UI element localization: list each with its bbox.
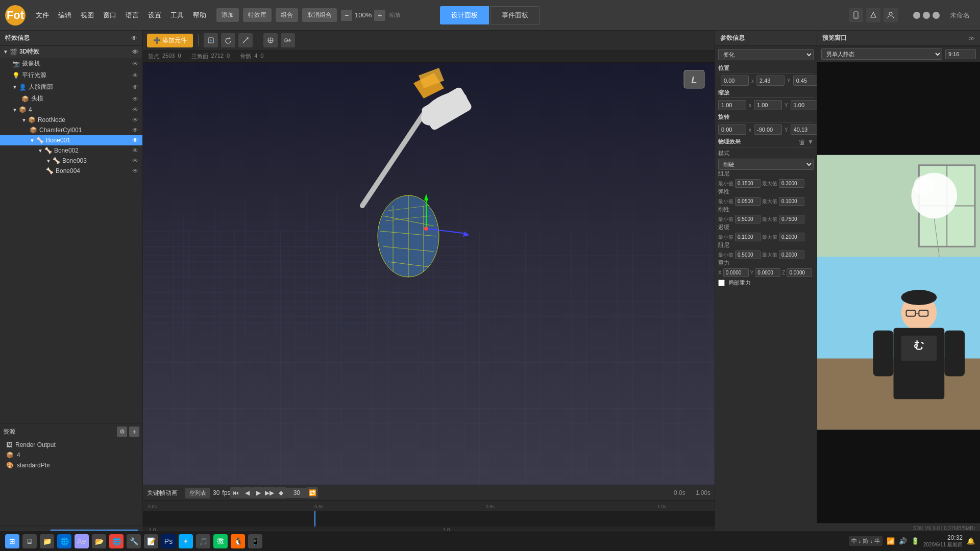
ime-indicator[interactable]: 中 ↓ 简 ↓ 半 (849, 536, 883, 546)
tl-prev-frame[interactable]: ◀ (241, 487, 253, 498)
user-account-button[interactable] (884, 8, 898, 22)
friction-max-input[interactable]: 0.3000 (779, 179, 804, 188)
tree-face[interactable]: ▼ 👤 人脸面部 👁 (0, 81, 142, 93)
menu-file[interactable]: 文件 (36, 11, 49, 20)
stiffness-min-input[interactable]: 0.5000 (735, 215, 761, 223)
tool-transform[interactable] (204, 33, 218, 47)
tree-4[interactable]: ▼ 📦 4 👁 (0, 105, 142, 115)
gravity-x-input[interactable]: 0.0000 (723, 268, 749, 277)
tool-link[interactable] (281, 33, 295, 47)
menu-edit[interactable]: 编辑 (58, 11, 71, 20)
menu-language[interactable]: 语言 (126, 11, 139, 20)
wechat-button[interactable]: 微 (213, 534, 228, 548)
tree-rootnode[interactable]: ▼ 📦 RootNode 👁 (0, 115, 142, 125)
damping-max-input[interactable]: 0.2000 (779, 251, 804, 259)
event-panel-tab[interactable]: 事件面板 (490, 6, 540, 24)
effects-library-button[interactable]: 特效库 (243, 8, 272, 22)
add-component-button[interactable]: ➕ 添加元件 (147, 34, 193, 47)
undo-combine-button[interactable]: 取消组合 (302, 8, 337, 22)
design-panel-tab[interactable]: 设计面板 (440, 6, 489, 24)
tree-chamfercyl[interactable]: 📦 ChamferCyl001 👁 (0, 125, 142, 135)
eye-toggle[interactable]: 👁 (131, 35, 137, 42)
3dfx-eye[interactable]: 👁 (132, 48, 138, 56)
local-gravity-checkbox[interactable] (718, 280, 725, 286)
bone001-eye[interactable]: 👁 (132, 137, 138, 144)
app2-button[interactable]: 📱 (248, 534, 262, 548)
notepad-button[interactable]: 📝 (144, 534, 158, 548)
stiffness-max-input[interactable]: 0.7500 (779, 215, 804, 223)
scale-x-input[interactable]: 1.00 (718, 100, 746, 110)
mode-select[interactable]: 刚硬 (718, 159, 814, 170)
rot-x-input[interactable]: 0.00 (718, 124, 746, 135)
pos-z-input[interactable]: 0.45 (793, 76, 817, 86)
tree-headmodel[interactable]: 📦 头模 👁 (0, 93, 142, 105)
collapse-arrow[interactable]: ▼ (3, 49, 8, 55)
gravity-z-input[interactable]: 0.0000 (787, 268, 812, 277)
4-collapse[interactable]: ▼ (12, 107, 17, 113)
menu-view[interactable]: 视图 (81, 11, 94, 20)
camera-eye[interactable]: 👁 (132, 60, 138, 67)
face-eye[interactable]: 👁 (132, 84, 138, 91)
model-select[interactable]: 男单人静态 (821, 48, 942, 60)
tool-rotate[interactable] (221, 33, 235, 47)
battery-icon[interactable]: 🔋 (911, 537, 919, 545)
rootnode-collapse[interactable]: ▼ (21, 117, 27, 123)
scale-y-input[interactable]: 1.00 (754, 100, 782, 110)
tree-3dfx[interactable]: ▼ 🎬 3D特效 👁 (0, 46, 142, 58)
start-button[interactable]: ⊞ (5, 534, 19, 548)
task-view-button[interactable]: 🖥 (22, 534, 37, 548)
chamfercyl-eye[interactable]: 👁 (132, 127, 138, 134)
elasticity-min-input[interactable]: 0.0500 (735, 197, 761, 206)
notification-icon[interactable]: 🔔 (967, 537, 975, 545)
bone002-collapse[interactable]: ▼ (38, 148, 43, 154)
bone002-eye[interactable]: 👁 (132, 147, 138, 154)
menu-window[interactable]: 窗口 (103, 11, 116, 20)
gravity-y-input[interactable]: 0.0000 (755, 268, 780, 277)
window-maximize[interactable] (923, 12, 930, 19)
window-minimize[interactable] (913, 12, 920, 19)
tl-add-key[interactable]: ◆ (275, 487, 286, 498)
inertia-max-input[interactable]: 0.2000 (779, 233, 804, 241)
app1-button[interactable]: ✦ (179, 534, 193, 548)
tl-play[interactable]: ▶ (253, 487, 264, 498)
add-button[interactable]: 添加 (216, 8, 239, 22)
menu-help[interactable]: 帮助 (193, 11, 206, 20)
pos-x-input[interactable]: 0.00 (721, 76, 749, 86)
ae-button[interactable]: Ae (75, 534, 89, 548)
light-eye[interactable]: 👁 (132, 72, 138, 79)
tree-camera[interactable]: 📷 摄像机 👁 (0, 58, 142, 69)
physics-delete-button[interactable]: 🗑 (798, 138, 805, 146)
tl-prev-key[interactable]: ⏮ (230, 487, 241, 498)
frame-end-input[interactable]: 30 (286, 488, 307, 498)
rot-y-input[interactable]: -90.00 (754, 124, 782, 135)
tl-loop[interactable]: 🔁 (307, 487, 318, 498)
resources-settings-button[interactable]: ⚙ (117, 427, 127, 437)
tree-bone001[interactable]: ▼ 🦴 Bone001 👁 (0, 135, 142, 145)
tool1-button[interactable]: 🔧 (127, 534, 141, 548)
publish-effects-button[interactable] (866, 8, 880, 22)
timeline-track[interactable]: 0.0s 0.3s 0.6s 1.0s (143, 501, 715, 527)
zoom-in-button[interactable]: + (374, 10, 385, 21)
physics-expand-button[interactable]: ▼ (807, 138, 814, 146)
aspect-ratio-input[interactable]: 9:16 (945, 49, 976, 59)
tool-scale[interactable] (238, 33, 253, 47)
rot-z-input[interactable]: 40.13 (791, 124, 817, 135)
elasticity-max-input[interactable]: 0.1000 (779, 197, 804, 206)
headmodel-eye[interactable]: 👁 (132, 95, 138, 103)
window-close[interactable] (933, 12, 940, 19)
network-icon[interactable]: 📶 (887, 537, 895, 545)
volume-icon[interactable]: 🔊 (899, 537, 907, 545)
combine-button[interactable]: 组合 (276, 8, 298, 22)
tree-bone004[interactable]: 🦴 Bone004 👁 (0, 166, 142, 176)
rootnode-eye[interactable]: 👁 (132, 116, 138, 123)
bone003-collapse[interactable]: ▼ (46, 158, 51, 164)
4-eye[interactable]: 👁 (132, 106, 138, 113)
friction-min-input[interactable]: 0.1500 (735, 179, 761, 188)
resource-4[interactable]: 📦 4 (3, 450, 139, 460)
resource-render-output[interactable]: 🖼 Render Output (3, 440, 139, 450)
clock[interactable]: 20:32 2020/6/11 星期四 (923, 534, 963, 548)
media-button[interactable]: 🎵 (196, 534, 210, 548)
tree-light[interactable]: 💡 平行光源 👁 (0, 69, 142, 81)
file-explorer-button[interactable]: 📁 (40, 534, 54, 548)
tl-next-frame[interactable]: ▶▶ (264, 487, 275, 498)
